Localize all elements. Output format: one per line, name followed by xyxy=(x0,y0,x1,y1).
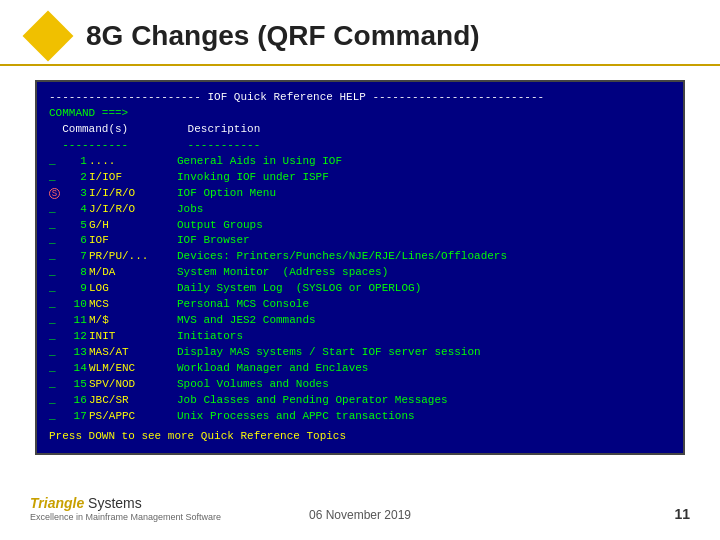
desc-col: Spool Volumes and Nodes xyxy=(177,377,329,393)
sel-dash: _ xyxy=(49,410,56,422)
sel-dash: _ xyxy=(49,362,56,374)
num-col: 13 xyxy=(67,345,89,361)
table-row: _ 16 JBC/SR Job Classes and Pending Oper… xyxy=(49,393,671,409)
cmd-col: M/DA xyxy=(89,265,177,281)
cmd-col: LOG xyxy=(89,281,177,297)
cmd-col: M/$ xyxy=(89,313,177,329)
main-content: ----------------------- IOF Quick Refere… xyxy=(0,66,720,455)
footer-page-number: 11 xyxy=(674,506,690,522)
desc-col: Initiators xyxy=(177,329,243,345)
num-col: 7 xyxy=(67,249,89,265)
table-row: _ 2 I/IOF Invoking IOF under ISPF xyxy=(49,170,671,186)
table-row: _ 5 G/H Output Groups xyxy=(49,218,671,234)
table-row: S 3 I/I/R/O IOF Option Menu xyxy=(49,186,671,202)
num-col: 8 xyxy=(67,265,89,281)
table-row: _ 1 .... General Aids in Using IOF xyxy=(49,154,671,170)
sel-col: _ xyxy=(49,170,67,186)
num-col: 11 xyxy=(67,313,89,329)
desc-col: Invoking IOF under ISPF xyxy=(177,170,329,186)
terminal-rows: _ 1 .... General Aids in Using IOF_ 2 I/… xyxy=(49,154,671,425)
desc-col: Workload Manager and Enclaves xyxy=(177,361,368,377)
terminal-press-down: Press DOWN to see more Quick Reference T… xyxy=(49,429,671,445)
sel-dash: _ xyxy=(49,171,56,183)
header: 8G Changes (QRF Command) xyxy=(0,0,720,66)
desc-col: MVS and JES2 Commands xyxy=(177,313,316,329)
sel-col: _ xyxy=(49,329,67,345)
num-col: 2 xyxy=(67,170,89,186)
brand-systems: Systems xyxy=(84,495,142,511)
sel-dash: _ xyxy=(49,378,56,390)
cmd-col: I/I/R/O xyxy=(89,186,177,202)
table-row: _ 11 M/$ MVS and JES2 Commands xyxy=(49,313,671,329)
sel-col: _ xyxy=(49,202,67,218)
table-row: _ 8 M/DA System Monitor (Address spaces) xyxy=(49,265,671,281)
brand-sub: Excellence in Mainframe Management Softw… xyxy=(30,512,221,522)
sel-col: _ xyxy=(49,297,67,313)
sel-col: _ xyxy=(49,409,67,425)
sel-col: _ xyxy=(49,233,67,249)
desc-col: Unix Processes and APPC transactions xyxy=(177,409,415,425)
sel-col: _ xyxy=(49,265,67,281)
terminal-separator: ---------- ----------- xyxy=(49,138,671,154)
desc-col: Personal MCS Console xyxy=(177,297,309,313)
sel-dash: _ xyxy=(49,155,56,167)
num-col: 16 xyxy=(67,393,89,409)
desc-col: Output Groups xyxy=(177,218,263,234)
desc-col: IOF Option Menu xyxy=(177,186,276,202)
sel-col: _ xyxy=(49,313,67,329)
desc-col: System Monitor (Address spaces) xyxy=(177,265,388,281)
num-col: 17 xyxy=(67,409,89,425)
num-col: 6 xyxy=(67,233,89,249)
cmd-col: G/H xyxy=(89,218,177,234)
table-row: _ 12 INIT Initiators xyxy=(49,329,671,345)
brand-triangle: Triangle xyxy=(30,495,84,511)
sel-dash: _ xyxy=(49,250,56,262)
sel-col: _ xyxy=(49,361,67,377)
terminal-screen: ----------------------- IOF Quick Refere… xyxy=(35,80,685,455)
sel-col: _ xyxy=(49,345,67,361)
sel-dash: _ xyxy=(49,314,56,326)
sel-dash: _ xyxy=(49,394,56,406)
table-row: _ 10 MCS Personal MCS Console xyxy=(49,297,671,313)
page-title: 8G Changes (QRF Command) xyxy=(86,20,480,52)
diamond-icon xyxy=(23,11,74,62)
num-col: 5 xyxy=(67,218,89,234)
table-row: _ 9 LOG Daily System Log (SYSLOG or OPER… xyxy=(49,281,671,297)
terminal-columns-header: Command(s) Description xyxy=(49,122,671,138)
sel-dash: _ xyxy=(49,266,56,278)
terminal-top-border: ----------------------- IOF Quick Refere… xyxy=(49,90,671,106)
sel-dash: _ xyxy=(49,282,56,294)
terminal-command-prompt: COMMAND ===> xyxy=(49,106,671,122)
num-col: 1 xyxy=(67,154,89,170)
num-col: 14 xyxy=(67,361,89,377)
cmd-col: WLM/ENC xyxy=(89,361,177,377)
cmd-col: INIT xyxy=(89,329,177,345)
sel-dash: _ xyxy=(49,219,56,231)
num-col: 10 xyxy=(67,297,89,313)
desc-col: General Aids in Using IOF xyxy=(177,154,342,170)
sel-dash: _ xyxy=(49,298,56,310)
table-row: _ 17 PS/APPC Unix Processes and APPC tra… xyxy=(49,409,671,425)
table-row: _ 4 J/I/R/O Jobs xyxy=(49,202,671,218)
table-row: _ 15 SPV/NOD Spool Volumes and Nodes xyxy=(49,377,671,393)
sel-dash: _ xyxy=(49,234,56,246)
footer: Triangle Systems Excellence in Mainframe… xyxy=(0,494,720,522)
cmd-col: PR/PU/... xyxy=(89,249,177,265)
sel-col: _ xyxy=(49,218,67,234)
desc-col: Daily System Log (SYSLOG or OPERLOG) xyxy=(177,281,421,297)
sel-col: _ xyxy=(49,393,67,409)
sel-col: _ xyxy=(49,377,67,393)
sel-dash: _ xyxy=(49,330,56,342)
cmd-col: I/IOF xyxy=(89,170,177,186)
cmd-col: SPV/NOD xyxy=(89,377,177,393)
table-row: _ 6 IOF IOF Browser xyxy=(49,233,671,249)
cmd-col: JBC/SR xyxy=(89,393,177,409)
table-row: _ 7 PR/PU/... Devices: Printers/Punches/… xyxy=(49,249,671,265)
sel-col: _ xyxy=(49,249,67,265)
sel-col: _ xyxy=(49,154,67,170)
table-row: _ 13 MAS/AT Display MAS systems / Start … xyxy=(49,345,671,361)
sel-dash: _ xyxy=(49,346,56,358)
cmd-col: J/I/R/O xyxy=(89,202,177,218)
cmd-col: PS/APPC xyxy=(89,409,177,425)
desc-col: Jobs xyxy=(177,202,203,218)
